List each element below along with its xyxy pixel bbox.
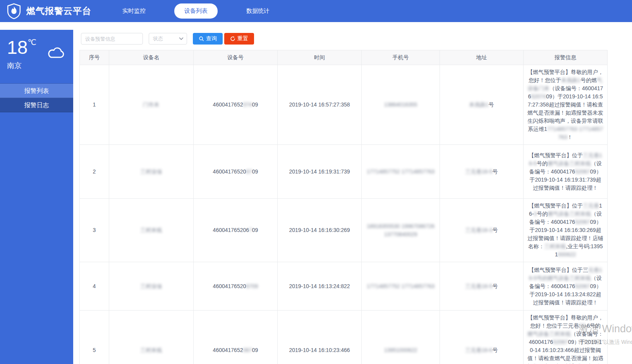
table-row: 5三村未线4600417652067092019-10-14 16:10:23:…: [80, 311, 608, 364]
cell-device-name: 三村未线: [109, 311, 194, 364]
table-row: 4三村业缐4600417652067092019-10-14 16:13:24:…: [80, 262, 608, 311]
cell-phone: 17714857752 17714857763: [362, 145, 440, 199]
search-button[interactable]: 查询: [193, 33, 223, 45]
cell-phone: 18918355530 19967086726 13770840029: [362, 199, 440, 262]
cell-index: 4: [80, 262, 109, 311]
nav-item-device-list[interactable]: 设备列表: [174, 3, 218, 19]
city-label: 南京: [7, 61, 73, 71]
search-icon: [199, 36, 204, 41]
cell-time: 2019-10-14 16:57:27:358: [278, 65, 362, 145]
temperature-value: 18: [7, 37, 27, 58]
cell-device-no: 460041765206709: [194, 199, 278, 262]
cell-alarm-message: 【燃气预警平台】位于三元巷16-3号的燃气设备三村未线（设备编号：4600417…: [524, 199, 608, 262]
temperature-unit: ℃: [27, 38, 36, 47]
top-nav: 实时监控 设备列表 数据统计: [112, 3, 280, 19]
filter-bar: 状态 查询 重置: [81, 33, 254, 45]
cell-address: 三元巷16-6号: [440, 311, 524, 364]
table-row: 3三村未线4600417652067092019-10-14 16:16:30:…: [80, 199, 608, 262]
cell-address: 三元巷16-5号: [440, 145, 524, 199]
cell-alarm-message: 【燃气预警平台】位于三元巷16-5号的燃气设备三村未线（设备编号：4600417…: [524, 262, 608, 311]
cell-time: 2019-10-14 16:10:23:466: [278, 311, 362, 364]
column-header: 地址: [440, 50, 524, 65]
column-header: 手机号: [362, 50, 440, 65]
cell-time: 2019-10-14 16:13:24:822: [278, 262, 362, 311]
reset-button[interactable]: 重置: [224, 33, 254, 45]
sidebar: 18 ℃ 南京 报警列表 报警日志: [0, 30, 73, 364]
cloud-icon: [47, 46, 65, 61]
nav-item-data-statistics[interactable]: 数据统计: [236, 3, 280, 19]
weather-widget: 18 ℃ 南京: [0, 30, 73, 83]
cell-index: 1: [80, 65, 109, 145]
sidebar-item-alarm-log[interactable]: 报警日志: [0, 98, 73, 112]
status-select-placeholder: 状态: [153, 35, 163, 42]
reset-button-label: 重置: [237, 35, 248, 42]
column-header: 报警信息: [524, 50, 608, 65]
top-navbar: 燃气报警云平台 实时监控 设备列表 数据统计: [0, 0, 632, 22]
shield-flame-logo-icon: [6, 3, 22, 19]
cell-index: 3: [80, 199, 109, 262]
chevron-down-icon: [179, 37, 184, 40]
column-header: 时间: [278, 50, 362, 65]
table-row: 1门市未4600417652074092019-10-14 16:57:27:3…: [80, 65, 608, 145]
cell-phone: 17714857752 17714857763: [362, 262, 440, 311]
cell-device-name: 门市未: [109, 65, 194, 145]
status-select[interactable]: 状态: [149, 33, 187, 45]
cell-alarm-message: 【燃气预警平台】尊敬的用户，您好！您位于未燕路1号的燃气设备门未（设备编号：46…: [524, 65, 608, 145]
app-title: 燃气报警云平台: [26, 5, 91, 17]
column-header: 序号: [80, 50, 109, 65]
table-row: 2三村业缐4600417652067092019-10-14 16:19:31:…: [80, 145, 608, 199]
column-header: 设备号: [194, 50, 278, 65]
cell-address: 三元巷16-5号: [440, 262, 524, 311]
cell-device-no: 460041765206709: [194, 311, 278, 364]
cell-address: 未燕路1号: [440, 65, 524, 145]
alarm-log-table: 序号设备名设备号时间手机号地址报警信息 1门市未4600417652074092…: [79, 50, 607, 364]
cell-time: 2019-10-14 16:16:30:269: [278, 199, 362, 262]
cell-alarm-message: 【燃气预警平台】尊敬的用户，您好！您位于三元巷16-6号的燃气设备三村未线（设备…: [524, 311, 608, 364]
cell-device-no: 460041765206709: [194, 262, 278, 311]
cell-device-name: 三村业缐: [109, 262, 194, 311]
cell-time: 2019-10-14 16:19:31:739: [278, 145, 362, 199]
cell-index: 5: [80, 311, 109, 364]
cell-alarm-message: 【燃气预警平台】位于三元巷16-5号的燃气设备三村未线（设备编号：4600417…: [524, 145, 608, 199]
cell-device-name: 三村未线: [109, 199, 194, 262]
refresh-icon: [230, 36, 235, 41]
cell-address: 三元巷16-3号: [440, 199, 524, 262]
cell-device-no: 460041765207409: [194, 65, 278, 145]
cell-device-name: 三村业缐: [109, 145, 194, 199]
alarm-keyword-input[interactable]: [81, 33, 143, 45]
cell-phone: 13864016355: [362, 65, 440, 145]
column-header: 设备名: [109, 50, 194, 65]
cell-device-no: 460041765206709: [194, 145, 278, 199]
nav-item-realtime-monitor[interactable]: 实时监控: [112, 3, 156, 19]
table-body: 1门市未4600417652074092019-10-14 16:57:27:3…: [80, 65, 608, 364]
table-head-row: 序号设备名设备号时间手机号地址报警信息: [80, 50, 608, 65]
cell-phone: 13951000622: [362, 311, 440, 364]
cell-index: 2: [80, 145, 109, 199]
search-button-label: 查询: [206, 35, 217, 42]
sidebar-menu: 报警列表 报警日志: [0, 83, 73, 112]
brand: 燃气报警云平台: [0, 3, 112, 19]
sidebar-item-alarm-list[interactable]: 报警列表: [0, 84, 73, 98]
